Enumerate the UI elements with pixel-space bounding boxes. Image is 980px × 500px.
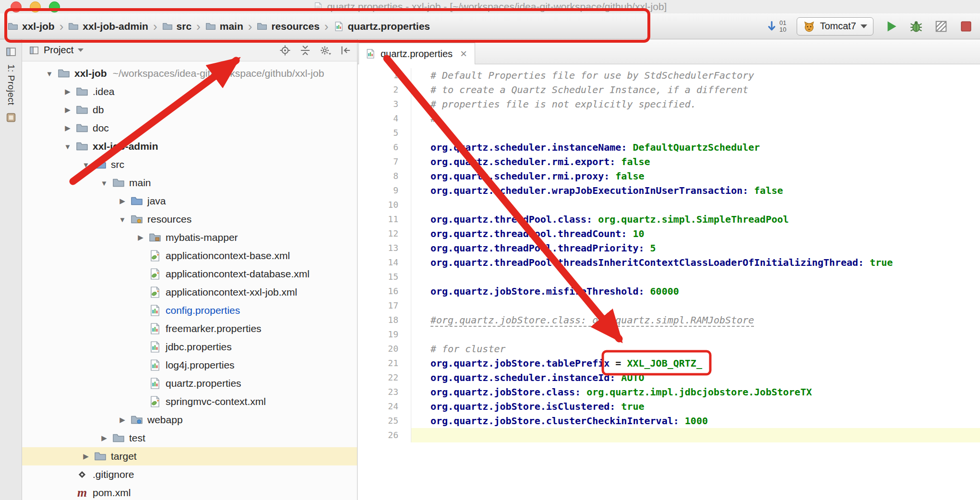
chevron-collapsed-icon[interactable]: ▶: [114, 197, 131, 205]
code-line-24[interactable]: 24org.quartz.jobStore.isClustered: true: [358, 399, 980, 414]
tree-item-applicationcontext-base-xml[interactable]: applicationcontext-base.xml: [22, 247, 357, 265]
chevron-down-icon[interactable]: [78, 48, 84, 52]
line-number[interactable]: 11: [358, 212, 411, 226]
line-number[interactable]: 8: [358, 169, 411, 183]
code-line-3[interactable]: 3# properties file is not explicitly spe…: [358, 97, 980, 111]
chevron-collapsed-icon[interactable]: ▶: [114, 416, 131, 424]
breadcrumb-item-src[interactable]: src: [162, 21, 192, 32]
breadcrumb-item-xxl-job[interactable]: xxl-job: [8, 21, 55, 32]
line-number[interactable]: 10: [358, 198, 411, 212]
code-line-17[interactable]: 17: [358, 298, 980, 313]
line-number[interactable]: 14: [358, 255, 411, 270]
line-number[interactable]: 22: [358, 370, 411, 385]
code-line-12[interactable]: 12org.quartz.threadPool.threadCount: 10: [358, 226, 980, 241]
line-number[interactable]: 19: [358, 327, 411, 342]
coverage-button[interactable]: [934, 19, 948, 34]
breadcrumb-item-main[interactable]: main: [205, 21, 243, 32]
chevron-expanded-icon[interactable]: ▼: [78, 161, 94, 169]
line-number[interactable]: 17: [358, 298, 411, 313]
tree-item-resources[interactable]: ▼resources: [22, 210, 357, 228]
tree-item-xxl-job-admin[interactable]: ▼xxl-job-admin: [22, 137, 357, 155]
code-line-19[interactable]: 19: [358, 327, 980, 342]
project-tool-window-icon[interactable]: [5, 46, 17, 58]
line-number[interactable]: 1: [358, 68, 411, 83]
line-number[interactable]: 25: [358, 414, 411, 428]
run-config-selector[interactable]: Tomcat7: [797, 17, 873, 36]
project-panel-title[interactable]: Project: [44, 45, 73, 56]
chevron-collapsed-icon[interactable]: ▶: [96, 434, 112, 442]
code-line-14[interactable]: 14org.quartz.threadPool.threadsInheritCo…: [358, 255, 980, 270]
breadcrumb-item-xxl-job-admin[interactable]: xxl-job-admin: [68, 21, 148, 32]
tree-item-jdbc-properties[interactable]: jdbc.properties: [22, 338, 357, 356]
code-line-7[interactable]: 7org.quartz.scheduler.rmi.export: false: [358, 155, 980, 169]
line-number[interactable]: 12: [358, 226, 411, 241]
tool-window-button-icon[interactable]: [5, 112, 17, 123]
code-line-5[interactable]: 5: [358, 126, 980, 140]
line-number[interactable]: 20: [358, 342, 411, 356]
tree-item-doc[interactable]: ▶doc: [22, 119, 357, 137]
code-line-16[interactable]: 16org.quartz.jobStore.misfireThreshold: …: [358, 284, 980, 298]
locate-icon[interactable]: [279, 45, 291, 56]
line-number[interactable]: 18: [358, 313, 411, 327]
code-line-25[interactable]: 25org.quartz.jobStore.clusterCheckinInte…: [358, 414, 980, 428]
tree-item-idea[interactable]: ▶.idea: [22, 83, 357, 101]
code-line-11[interactable]: 11org.quartz.threadPool.class: org.quart…: [358, 212, 980, 226]
chevron-collapsed-icon[interactable]: ▶: [78, 452, 94, 461]
tree-item-xxl-job[interactable]: ▼xxl-job~/workspaces/idea-git-workspace/…: [22, 64, 357, 83]
tree-item-applicationcontext-xxl-job-xml[interactable]: applicationcontext-xxl-job.xml: [22, 283, 357, 301]
code-line-6[interactable]: 6org.quartz.scheduler.instanceName: Defa…: [358, 140, 980, 155]
stop-button[interactable]: [959, 19, 973, 34]
code-line-1[interactable]: 1# Default Properties file for use by St…: [358, 68, 980, 83]
code-line-22[interactable]: 22org.quartz.scheduler.instanceId: AUTO: [358, 370, 980, 385]
tree-item-webapp[interactable]: ▶webapp: [22, 411, 357, 429]
code-line-21[interactable]: 21org.quartz.jobStore.tablePrefix = XXL_…: [358, 356, 980, 370]
tree-item-freemarker-properties[interactable]: freemarker.properties: [22, 320, 357, 338]
code-line-13[interactable]: 13org.quartz.threadPool.threadPriority: …: [358, 241, 980, 255]
line-number[interactable]: 15: [358, 270, 411, 284]
line-number[interactable]: 2: [358, 83, 411, 97]
tree-item-mybatis-mapper[interactable]: ▶mybatis-mapper: [22, 228, 357, 247]
chevron-expanded-icon[interactable]: ▼: [114, 215, 131, 224]
line-number[interactable]: 3: [358, 97, 411, 111]
line-number[interactable]: 24: [358, 399, 411, 414]
chevron-collapsed-icon[interactable]: ▶: [132, 233, 149, 242]
chevron-collapsed-icon[interactable]: ▶: [60, 106, 76, 114]
collapse-all-icon[interactable]: [299, 45, 311, 56]
line-number[interactable]: 4: [358, 111, 411, 126]
tree-item-src[interactable]: ▼src: [22, 155, 357, 174]
code-line-10[interactable]: 10: [358, 198, 980, 212]
line-number[interactable]: 6: [358, 140, 411, 155]
line-number[interactable]: 16: [358, 284, 411, 298]
code-line-26[interactable]: 26: [358, 428, 980, 442]
code-line-20[interactable]: 20# for cluster: [358, 342, 980, 356]
vcs-update-indicator[interactable]: 01 10: [765, 20, 786, 33]
hide-icon[interactable]: [340, 45, 351, 56]
tab-quartz-properties[interactable]: quartz.properties ×: [359, 43, 475, 64]
chevron-collapsed-icon[interactable]: ▶: [60, 87, 76, 96]
line-number[interactable]: 21: [358, 356, 411, 370]
chevron-collapsed-icon[interactable]: ▶: [60, 124, 76, 132]
line-number[interactable]: 26: [358, 428, 411, 442]
tree-item-config-properties[interactable]: config.properties: [22, 301, 357, 320]
tree-item-target[interactable]: ▶target: [22, 447, 357, 465]
line-number[interactable]: 7: [358, 155, 411, 169]
project-tool-window-button[interactable]: 1: Project: [6, 64, 16, 105]
tree-item-springmvc-context-xml[interactable]: springmvc-context.xml: [22, 393, 357, 411]
settings-icon[interactable]: [320, 45, 331, 56]
line-number[interactable]: 23: [358, 385, 411, 399]
tree-item-test[interactable]: ▶test: [22, 429, 357, 447]
code-line-15[interactable]: 15: [358, 270, 980, 284]
chevron-expanded-icon[interactable]: ▼: [60, 143, 76, 151]
tree-item-gitignore[interactable]: .gitignore: [22, 465, 357, 484]
code-line-23[interactable]: 23org.quartz.jobStore.class: org.quartz.…: [358, 385, 980, 399]
debug-button[interactable]: [909, 19, 923, 34]
code-line-8[interactable]: 8org.quartz.scheduler.rmi.proxy: false: [358, 169, 980, 183]
breadcrumb-item-resources[interactable]: resources: [257, 21, 319, 32]
code-line-4[interactable]: 4#: [358, 111, 980, 126]
code-line-18[interactable]: 18#org.quartz.jobStore.class: org.quartz…: [358, 313, 980, 327]
tree-item-log4j-properties[interactable]: log4j.properties: [22, 356, 357, 374]
line-number[interactable]: 9: [358, 183, 411, 198]
code-line-9[interactable]: 9org.quartz.scheduler.wrapJobExecutionIn…: [358, 183, 980, 198]
line-number[interactable]: 5: [358, 126, 411, 140]
chevron-expanded-icon[interactable]: ▼: [96, 179, 112, 187]
